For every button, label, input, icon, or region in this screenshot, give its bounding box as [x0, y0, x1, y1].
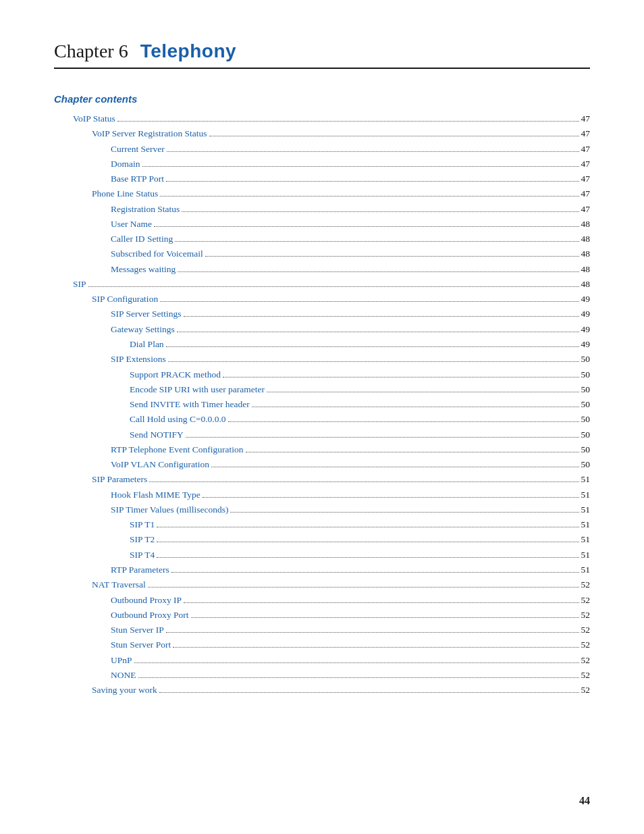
toc-page: 47 — [581, 202, 591, 217]
toc-entry: SIP48 — [54, 277, 590, 292]
toc-entry: SIP Server Settings49 — [54, 307, 590, 321]
toc-entry: SIP T151 — [54, 517, 590, 532]
toc-dots — [157, 527, 579, 527]
toc-label: SIP Extensions — [111, 352, 166, 367]
toc-dots — [166, 632, 579, 633]
toc-dots — [157, 542, 579, 542]
toc-label: SIP T4 — [130, 548, 155, 563]
toc-label: Support PRACK method — [130, 367, 221, 382]
toc-dots — [267, 392, 579, 392]
toc-dots — [160, 301, 579, 302]
toc-label: Messages waiting — [111, 262, 176, 277]
toc-entry: Registration Status47 — [54, 202, 590, 217]
toc-label: Dial Plan — [130, 337, 164, 352]
toc-page: 51 — [581, 488, 591, 502]
toc-entry: SIP T451 — [54, 548, 590, 563]
toc-page: 52 — [581, 653, 591, 668]
toc-page: 47 — [581, 186, 591, 201]
toc-label: Registration Status — [111, 202, 180, 217]
toc-label: Outbound Proxy Port — [111, 608, 189, 623]
toc-page: 48 — [581, 246, 591, 261]
toc-entry: Send INVITE with Timer header50 — [54, 397, 590, 412]
toc-page: 50 — [581, 442, 591, 457]
toc-page: 50 — [581, 457, 591, 472]
toc-page: 47 — [581, 142, 591, 157]
toc-label: Encode SIP URI with user parameter — [130, 382, 265, 397]
toc-page: 50 — [581, 382, 591, 397]
toc-dots — [117, 121, 579, 122]
toc-label: SIP Timer Values (milliseconds) — [111, 502, 228, 517]
toc-page: 49 — [581, 322, 591, 337]
toc-page: 50 — [581, 397, 591, 412]
toc-dots — [203, 497, 579, 498]
toc-dots — [175, 241, 579, 242]
toc-label: SIP Configuration — [92, 292, 158, 307]
toc-dots — [134, 662, 579, 663]
toc-entry: Saving your work52 — [54, 683, 590, 698]
toc-label: User Name — [111, 217, 152, 232]
toc-entry: Stun Server IP52 — [54, 623, 590, 637]
toc-page: 51 — [581, 502, 591, 517]
toc-entry: NONE52 — [54, 668, 590, 683]
toc-dots — [184, 602, 579, 603]
toc-label: Caller ID Setting — [111, 232, 173, 246]
toc-dots — [173, 647, 579, 648]
toc-dots — [191, 617, 579, 618]
toc-page: 49 — [581, 292, 591, 307]
toc-page: 51 — [581, 563, 591, 577]
page-number: 44 — [579, 795, 590, 807]
toc-entry: Domain47 — [54, 157, 590, 172]
toc-dots — [159, 692, 579, 693]
toc-label: SIP T1 — [130, 517, 155, 532]
toc-page: 51 — [581, 472, 591, 487]
page: Chapter 6 Telephony Chapter contents VoI… — [0, 0, 644, 834]
chapter-label: Chapter 6 — [54, 41, 128, 62]
toc-page: 47 — [581, 126, 591, 141]
toc-dots — [178, 271, 579, 272]
toc-page: 48 — [581, 262, 591, 277]
toc-dots — [138, 677, 579, 678]
toc-label: SIP Parameters — [92, 472, 147, 487]
toc-page: 48 — [581, 232, 591, 246]
toc-dots — [223, 377, 579, 377]
toc-label: Stun Server IP — [111, 623, 164, 637]
toc-entry: Phone Line Status47 — [54, 186, 590, 201]
toc-label: Domain — [111, 157, 140, 172]
toc-dots — [209, 136, 579, 136]
toc-dots — [166, 346, 579, 347]
toc-page: 52 — [581, 608, 591, 623]
toc-label: Base RTP Port — [111, 172, 164, 186]
toc-label: Subscribed for Voicemail — [111, 246, 203, 261]
toc-page: 48 — [581, 217, 591, 232]
toc-page: 50 — [581, 352, 591, 367]
toc-dots — [166, 181, 579, 182]
toc-page: 49 — [581, 307, 591, 321]
toc-entry: NAT Traversal52 — [54, 577, 590, 592]
toc-label: SIP T2 — [130, 532, 155, 547]
toc-dots — [228, 421, 579, 422]
toc-page: 47 — [581, 157, 591, 172]
toc-label: Hook Flash MIME Type — [111, 488, 200, 502]
chapter-title: Telephony — [140, 41, 236, 62]
toc-label: VoIP Server Registration Status — [92, 126, 207, 141]
toc-label: UPnP — [111, 653, 132, 668]
toc-entry: SIP Parameters51 — [54, 472, 590, 487]
toc-label: Outbound Proxy IP — [111, 593, 182, 608]
toc-dots — [142, 166, 579, 167]
toc: VoIP Status47VoIP Server Registration St… — [54, 111, 590, 698]
toc-label: NONE — [111, 668, 136, 683]
toc-page: 52 — [581, 637, 591, 652]
toc-entry: UPnP52 — [54, 653, 590, 668]
toc-dots — [177, 332, 579, 332]
toc-entry: Subscribed for Voicemail48 — [54, 246, 590, 261]
toc-page: 52 — [581, 683, 591, 698]
toc-label: RTP Parameters — [111, 563, 169, 577]
toc-entry: Outbound Proxy Port52 — [54, 608, 590, 623]
toc-dots — [211, 467, 579, 467]
toc-page: 48 — [581, 277, 591, 292]
toc-dots — [154, 226, 579, 227]
toc-entry: Outbound Proxy IP52 — [54, 593, 590, 608]
toc-dots — [186, 437, 579, 438]
toc-label: Current Server — [111, 142, 165, 157]
toc-dots — [168, 361, 579, 362]
